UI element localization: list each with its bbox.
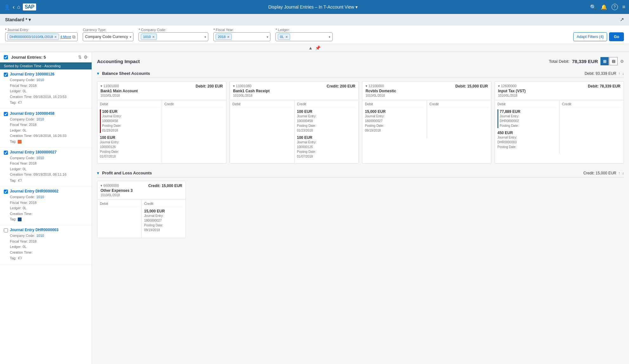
journal-item-check-wrap: Journal Entry 100000126 Company Code: 10… xyxy=(4,72,88,106)
profit-loss-chevron[interactable]: ▾ xyxy=(97,171,99,175)
journal-item-title-0[interactable]: Journal Entry 100000126 xyxy=(10,72,67,76)
fiscal-year-input[interactable]: 2018 ✕ ▾ xyxy=(213,32,270,41)
t-account-12600000-header: ▾ 12600000 Input Tax (VST) 1010/0L/2018 … xyxy=(495,81,624,100)
user-icon[interactable]: 👤 xyxy=(4,4,10,10)
credit-col-header-2: Credit xyxy=(430,102,489,107)
journal-item-fiscal-4: Fiscal Year: 2018 xyxy=(10,239,58,244)
journal-item-checkbox-2[interactable] xyxy=(4,151,8,155)
collapse-up-icon[interactable]: ▲ xyxy=(308,45,313,50)
currency-type-select[interactable]: Company Code Currency ▾ xyxy=(83,32,133,41)
share-icon[interactable]: ↗ xyxy=(620,16,624,23)
fiscal-year-token-close[interactable]: ✕ xyxy=(227,35,230,39)
t-account-11001080-number: ▾ 11001080 xyxy=(233,84,269,88)
journal-item[interactable]: Journal Entry 100000126 Company Code: 10… xyxy=(0,69,92,109)
t-account-11001000: ▾ 11001000 Bank1 Main Account 1010/0L/20… xyxy=(97,81,226,164)
balance-sheet-section: ▾ Balance Sheet Accounts Debit: 93,339 E… xyxy=(97,69,624,164)
t-entry-0-1: 100 EUR Journal Entry:100000126Posting D… xyxy=(100,135,159,159)
page-title: Display Journal Entries – In T-Account V… xyxy=(36,4,590,10)
tag-icon-4[interactable]: 🏷 xyxy=(18,255,22,261)
t-account-11001000-date: 1010/0L/2018 xyxy=(101,94,138,97)
journal-entries-count: Journal Entries: 5 xyxy=(11,55,76,60)
tag-icon-0[interactable]: 🏷 xyxy=(18,100,22,106)
t-account-12600000-body: Debit 77,889 EUR Journal Entry:DHR000000… xyxy=(495,100,624,154)
t-account-12100000-info: ▾ 12100000 Rcvbls Domestic 1010/0L/2018 xyxy=(366,84,396,97)
debit-col-header-1: Debit xyxy=(232,102,292,107)
journal-item-checkbox-1[interactable] xyxy=(4,112,8,116)
company-code-token-close[interactable]: ✕ xyxy=(152,35,155,39)
adapt-filters-button[interactable]: Adapt Filters (4) xyxy=(573,32,607,41)
ledger-input[interactable]: 0L ✕ ▾ xyxy=(276,32,333,41)
journal-item-title-4[interactable]: Journal Entry DHR0000003 xyxy=(10,228,58,232)
search-icon[interactable]: 🔍 xyxy=(590,4,596,10)
company-code-token: 1010 ✕ xyxy=(141,34,157,40)
ledger-token: 0L ✕ xyxy=(278,34,290,40)
journal-item[interactable]: Journal Entry DHR0000002 Company Code: 1… xyxy=(0,186,92,225)
table-view-button[interactable]: ▤ xyxy=(609,57,618,65)
go-button[interactable]: Go xyxy=(609,32,624,41)
t-account-12100000-name: Rcvbls Domestic xyxy=(366,89,396,93)
filter-bar: * Journal Entry: DHR0000003/1010/0L/2018… xyxy=(0,25,629,44)
credit-col-header-1: Credit xyxy=(297,102,356,107)
balance-sheet-chevron[interactable]: ▾ xyxy=(97,71,99,76)
t-entry-2-0: 15,000 EUR Journal Entry:1800000027Posti… xyxy=(365,109,424,133)
journal-item-title-1[interactable]: Journal Entry 100000458 xyxy=(10,111,67,116)
t-account-view-button[interactable]: ▦ xyxy=(600,57,609,65)
sort-asc-icon[interactable]: ↑ xyxy=(618,71,620,76)
journal-item-company-0: Company Code: 1010 xyxy=(10,77,67,83)
journal-entry-input[interactable]: DHR0000003/1010/0L/2018 ✕ 4 More ⧉ xyxy=(5,32,78,41)
more-link[interactable]: 4 More xyxy=(60,35,71,39)
home-icon[interactable]: ⌂ xyxy=(17,4,20,10)
journal-item-checkbox-4[interactable] xyxy=(4,228,8,232)
accounting-settings-icon[interactable]: ⚙ xyxy=(620,59,624,64)
journal-item-check-wrap-1: Journal Entry 100000458 Company Code: 10… xyxy=(4,111,88,145)
back-icon[interactable]: ‹ xyxy=(13,4,15,10)
settings-icon[interactable]: ⚙ xyxy=(84,55,88,60)
copy-icon[interactable]: ⧉ xyxy=(72,34,75,40)
sort-icon[interactable]: ⇅ xyxy=(78,55,82,60)
journal-item-time-0: Creation Time: 09/18/2018, 16:23:53 xyxy=(10,94,67,100)
t-account-66000000-credit-col: Credit 15,000 EUR Journal Entry:18000000… xyxy=(142,200,186,238)
company-code-input[interactable]: 1010 ✕ ▾ xyxy=(139,32,208,41)
sort-desc-icon[interactable]: ↓ xyxy=(622,71,624,76)
t-account-12600000-info: ▾ 12600000 Input Tax (VST) 1010/0L/2018 xyxy=(498,84,526,97)
t-account-66000000-name: Other Expenses 3 xyxy=(101,188,133,193)
company-code-required: * xyxy=(139,28,140,32)
t-account-11001080-debit-col: Debit xyxy=(230,100,295,163)
t-account-12100000-credit-col: Credit xyxy=(427,100,491,138)
token-close-icon[interactable]: ✕ xyxy=(54,35,57,39)
select-all-checkbox[interactable] xyxy=(4,55,8,59)
debit-col-header-pl: Debit xyxy=(100,202,139,207)
profit-loss-sort-asc[interactable]: ↑ xyxy=(618,171,620,175)
t-account-66000000-header: ▾ 66000000 Other Expenses 3 1010/0L/2018… xyxy=(97,181,185,200)
fiscal-year-label: * Fiscal Year: xyxy=(213,28,270,32)
pin-icon[interactable]: 📌 xyxy=(315,45,321,50)
tag-icon-2[interactable]: 🏷 xyxy=(18,178,22,184)
notifications-icon[interactable]: 🔔 xyxy=(601,4,607,10)
journal-item-tag-4: Tag: 🏷 xyxy=(10,255,58,261)
journal-item[interactable]: Journal Entry 1800000027 Company Code: 1… xyxy=(0,147,92,187)
sort-bar: Sorted by Creation Time - Ascending xyxy=(0,62,92,69)
journal-entry-label: * Journal Entry: xyxy=(5,28,78,32)
standard-title[interactable]: Standard * ▾ xyxy=(5,17,31,22)
help-icon[interactable]: ? xyxy=(612,4,618,10)
company-code-dropdown-arrow: ▾ xyxy=(204,35,206,39)
t-account-11001080-date: 1010/0L/2018 xyxy=(233,94,269,97)
journal-item-time-4: Creation Time: xyxy=(10,250,58,256)
journal-item-checkbox-0[interactable] xyxy=(4,73,8,77)
t-account-66000000-number: ▾ 66000000 xyxy=(101,184,133,188)
journal-item-title-3[interactable]: Journal Entry DHR0000002 xyxy=(10,189,58,193)
debit-col-header: Debit xyxy=(100,102,159,107)
color-tag-3 xyxy=(18,218,22,221)
fiscal-year-dropdown-arrow: ▾ xyxy=(267,35,268,39)
journal-item-checkbox-3[interactable] xyxy=(4,190,8,194)
profit-loss-sort-desc[interactable]: ↓ xyxy=(622,171,624,175)
journal-item-ledger-3: Ledger: 0L xyxy=(10,205,58,211)
t-account-11001000-name: Bank1 Main Account xyxy=(101,89,138,93)
t-entry-pl-0: 15,000 EUR Journal Entry:1800000027Posti… xyxy=(144,209,183,232)
collapse-bar: ▲ 📌 xyxy=(0,44,629,52)
journal-item[interactable]: Journal Entry 100000458 Company Code: 10… xyxy=(0,109,92,147)
journal-item-title-2[interactable]: Journal Entry 1800000027 xyxy=(10,150,67,154)
ledger-token-close[interactable]: ✕ xyxy=(285,35,288,39)
journal-item[interactable]: Journal Entry DHR0000003 Company Code: 1… xyxy=(0,225,92,264)
menu-icon[interactable]: ≡ xyxy=(622,4,625,10)
